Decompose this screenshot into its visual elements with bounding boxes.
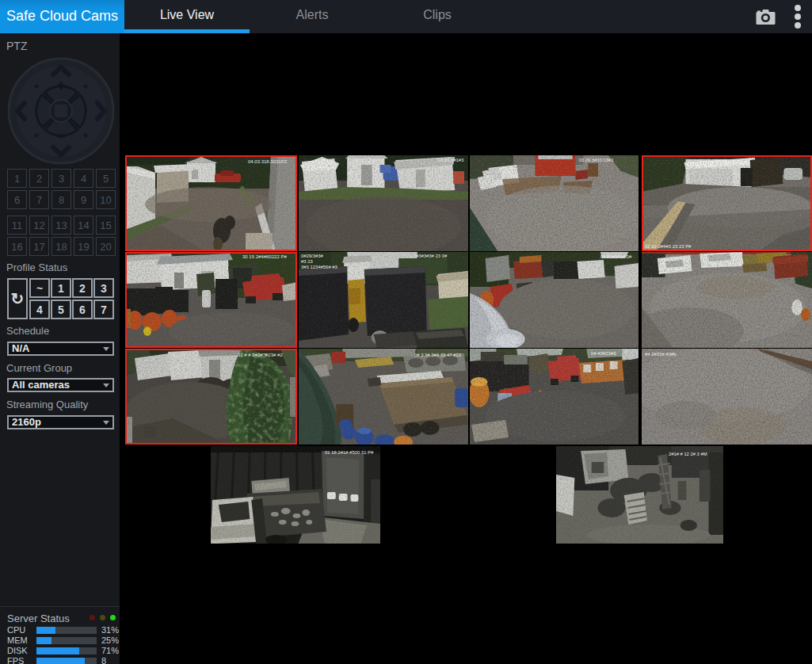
svg-text:03 19 3#1#3: 03 19 3#1#3 — [438, 158, 464, 162]
svg-text:0# 3 3# 3#4 33 47 #23: 0# 3 3# 3#4 33 47 #23 — [414, 353, 462, 357]
svg-text:0#29/3#3#: 0#29/3#3# — [301, 254, 324, 258]
svg-text:30 15 2#4#60222 P#: 30 15 2#4#60222 P# — [242, 254, 287, 259]
svg-text:04.03.318.3031PZ: 04.03.318.3031PZ — [248, 159, 288, 164]
svg-text:12 19 2#4#3 23 23 P#: 12 19 2#4#3 23 23 P# — [645, 244, 692, 249]
svg-text:01 18 2#1# #500 31 P#: 01 18 2#1# #500 31 P# — [325, 450, 374, 455]
svg-text:#3#3#3# 23 0#: #3#3#3# 23 0# — [416, 254, 448, 258]
svg-text:#4 2#33# #3#b: #4 2#33# #3#b — [645, 352, 677, 357]
svg-text:0# #3#23#3: 0# #3#23#3 — [591, 351, 616, 356]
svg-text:2#1# # 12 2# 3 #M: 2#1# # 12 2# 3 #M — [669, 452, 707, 456]
svg-text:#3 23: #3 23 — [301, 259, 313, 264]
svg-text:0# #3#3#3# 0#: 0# #3#3#3# 0# — [600, 254, 632, 259]
svg-text:3#3 1234#56# #3: 3#3 1234#56# #3 — [301, 265, 338, 269]
svg-text:32 # # 3#3#_#23# #2: 32 # # 3#3#_#23# #2 — [238, 353, 283, 357]
svg-text:03.29.3#33.03#1: 03.29.3#33.03#1 — [578, 158, 614, 162]
